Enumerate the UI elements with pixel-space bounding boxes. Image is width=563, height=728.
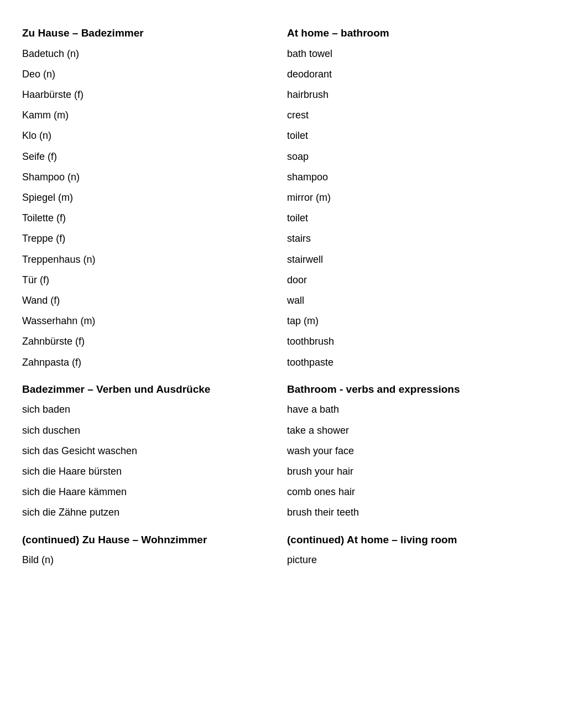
vocab-item: Kamm (m): [22, 105, 276, 126]
vocab-item: sich das Gesicht waschen: [22, 441, 276, 461]
vocab-item: Shampoo (n): [22, 167, 276, 188]
vocab-item: stairs: [287, 228, 541, 249]
vocab-item: Toilette (f): [22, 208, 276, 228]
vocab-item: Wasserhahn (m): [22, 311, 276, 331]
vocab-item: Bild (n): [22, 550, 276, 570]
vocab-item: soap: [287, 147, 541, 167]
vocab-item: wash your face: [287, 441, 541, 461]
section-header-0: Zu Hause – Badezimmer: [22, 27, 276, 40]
vocab-item: Treppe (f): [22, 228, 276, 249]
vocab-item: Deo (n): [22, 64, 276, 85]
section-header-2: (continued) At home – living room: [287, 533, 541, 547]
vocab-item: brush their teeth: [287, 502, 541, 523]
vocab-item: tap (m): [287, 311, 541, 331]
vocab-item: sich die Haare kämmen: [22, 482, 276, 502]
vocab-item: wall: [287, 290, 541, 311]
vocab-item: Wand (f): [22, 290, 276, 311]
vocab-item: bath towel: [287, 44, 541, 64]
left-column: Zu Hause – BadezimmerBadetuch (n)Deo (n)…: [17, 17, 282, 570]
vocab-item: Spiegel (m): [22, 188, 276, 208]
vocab-item: sich die Zähne putzen: [22, 502, 276, 523]
vocab-item: brush your hair: [287, 461, 541, 482]
vocab-item: toothpaste: [287, 352, 541, 373]
vocab-item: stairwell: [287, 249, 541, 270]
vocab-item: crest: [287, 105, 541, 126]
vocab-item: picture: [287, 550, 541, 570]
vocab-item: comb ones hair: [287, 482, 541, 502]
vocab-item: sich die Haare bürsten: [22, 461, 276, 482]
vocab-item: sich duschen: [22, 420, 276, 441]
main-layout: Zu Hause – BadezimmerBadetuch (n)Deo (n)…: [17, 17, 546, 570]
vocab-item: Treppenhaus (n): [22, 249, 276, 270]
vocab-item: deodorant: [287, 64, 541, 85]
vocab-item: Haarbürste (f): [22, 85, 276, 105]
section-header-2: (continued) Zu Hause – Wohnzimmer: [22, 533, 276, 547]
section-header-0: At home – bathroom: [287, 27, 541, 40]
vocab-item: take a shower: [287, 420, 541, 441]
vocab-item: Klo (n): [22, 126, 276, 146]
vocab-item: hairbrush: [287, 85, 541, 105]
right-column: At home – bathroombath toweldeodoranthai…: [282, 17, 546, 570]
vocab-item: Zahnbürste (f): [22, 331, 276, 352]
vocab-item: shampoo: [287, 167, 541, 188]
section-header-1: Bathroom - verbs and expressions: [287, 383, 541, 397]
vocab-item: Tür (f): [22, 270, 276, 290]
vocab-item: toilet: [287, 126, 541, 146]
vocab-item: Seife (f): [22, 147, 276, 167]
vocab-item: toothbrush: [287, 331, 541, 352]
vocab-item: door: [287, 270, 541, 290]
vocab-item: have a bath: [287, 399, 541, 420]
vocab-item: mirror (m): [287, 188, 541, 208]
vocab-item: Zahnpasta (f): [22, 352, 276, 373]
section-header-1: Badezimmer – Verben und Ausdrücke: [22, 383, 276, 397]
vocab-item: sich baden: [22, 399, 276, 420]
vocab-item: toilet: [287, 208, 541, 228]
vocab-item: Badetuch (n): [22, 44, 276, 64]
